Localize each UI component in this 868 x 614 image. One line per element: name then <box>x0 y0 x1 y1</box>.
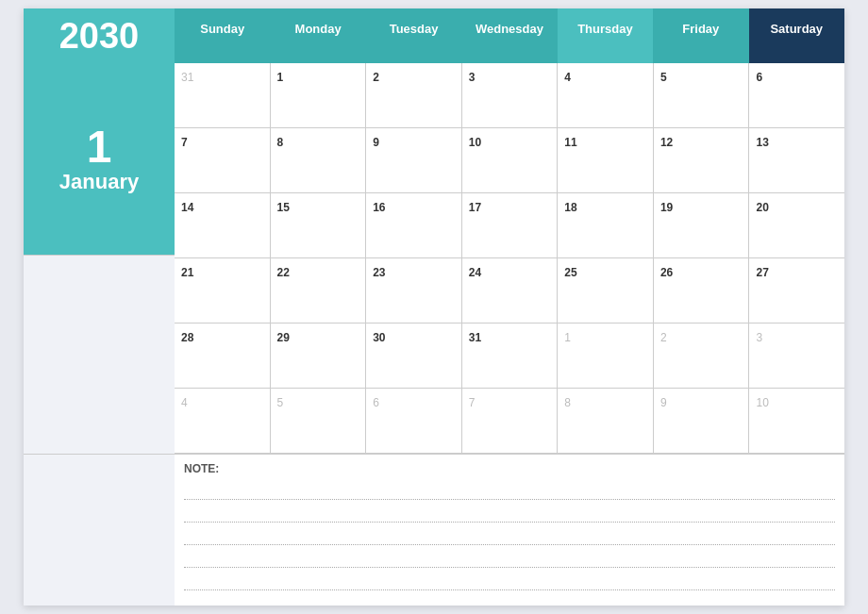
cell-w3-mon: 15 <box>271 193 367 257</box>
cell-w2-wed: 10 <box>462 128 559 192</box>
day-header-wednesday: Wednesday <box>461 8 557 63</box>
weeks-grid: 31 1 2 3 4 5 6 7 8 9 10 11 12 13 14 15 <box>175 63 844 454</box>
year-label: 2030 <box>59 18 140 54</box>
week-row-3: 14 15 16 17 18 19 20 <box>175 193 844 258</box>
cell-w4-mon: 22 <box>271 258 367 323</box>
cell-w5-fri: 2 <box>654 324 750 388</box>
day-headers: Sunday Monday Tuesday Wednesday Thursday… <box>175 8 844 63</box>
cell-w5-mon: 29 <box>271 324 367 388</box>
cell-w3-tue: 16 <box>366 193 462 257</box>
cell-w2-sun: 7 <box>175 128 271 192</box>
month-label: January <box>59 170 139 194</box>
cell-w5-tue: 30 <box>366 324 462 388</box>
week-row-5: 28 29 30 31 1 2 3 <box>175 324 844 389</box>
week-number: 1 <box>87 124 112 170</box>
cell-w1-sat: 6 <box>749 63 844 127</box>
cell-w2-thu: 11 <box>558 128 654 192</box>
cell-w1-fri: 5 <box>654 63 750 127</box>
notes-line-2 <box>184 504 835 523</box>
notes-row: NOTE: <box>24 454 844 606</box>
week-row-2: 7 8 9 10 11 12 13 <box>175 128 844 193</box>
sidebar-grey <box>24 256 175 454</box>
cell-w6-thu: 8 <box>558 389 654 453</box>
cell-w5-wed: 31 <box>462 324 559 388</box>
cell-w4-fri: 26 <box>654 258 750 323</box>
cell-w1-mon: 1 <box>271 63 367 127</box>
cell-w5-sat: 3 <box>749 324 844 388</box>
day-header-sunday: Sunday <box>175 8 270 63</box>
cell-w4-sun: 21 <box>175 258 271 323</box>
day-header-monday: Monday <box>270 8 365 63</box>
cell-w1-thu: 4 <box>558 63 654 127</box>
notes-line-3 <box>184 526 835 545</box>
cell-w4-wed: 24 <box>462 258 559 323</box>
notes-line-1 <box>184 481 835 500</box>
cell-w3-sat: 20 <box>749 193 844 257</box>
cell-w5-sun: 28 <box>175 324 271 388</box>
cell-w1-tue: 2 <box>366 63 462 127</box>
year-month-block: 2030 <box>24 8 175 63</box>
cell-w3-sun: 14 <box>175 193 271 257</box>
day-header-friday: Friday <box>653 8 748 63</box>
cell-w1-wed: 3 <box>462 63 559 127</box>
notes-line-5 <box>184 572 835 590</box>
cell-w1-sun: 31 <box>175 63 271 127</box>
cell-w4-tue: 23 <box>366 258 462 323</box>
cell-w4-thu: 25 <box>558 258 654 323</box>
notes-line-4 <box>184 549 835 568</box>
cell-w6-fri: 9 <box>654 389 750 453</box>
cell-w2-mon: 8 <box>271 128 367 192</box>
week-row-4: 21 22 23 24 25 26 27 <box>175 258 844 324</box>
calendar-header: 2030 Sunday Monday Tuesday Wednesday Thu… <box>24 8 844 63</box>
cell-w2-sat: 13 <box>749 128 844 192</box>
left-sidebar: 1 January <box>24 63 175 454</box>
cell-w6-tue: 6 <box>366 389 462 453</box>
week-month-block: 1 January <box>24 63 175 256</box>
cell-w2-tue: 9 <box>366 128 462 192</box>
notes-label: NOTE: <box>184 462 835 475</box>
cell-w2-fri: 12 <box>654 128 750 192</box>
week-row-1: 31 1 2 3 4 5 6 <box>175 63 844 128</box>
cell-w4-sat: 27 <box>749 258 844 323</box>
cell-w3-wed: 17 <box>462 193 559 257</box>
week-row-6: 4 5 6 7 8 9 10 <box>175 389 844 454</box>
cell-w6-mon: 5 <box>271 389 367 453</box>
notes-sidebar <box>24 455 175 606</box>
cell-w6-wed: 7 <box>462 389 559 453</box>
cell-w3-thu: 18 <box>558 193 654 257</box>
day-header-saturday: Saturday <box>749 8 844 63</box>
cell-w5-thu: 1 <box>558 324 654 388</box>
cell-w6-sun: 4 <box>175 389 271 453</box>
day-header-thursday: Thursday <box>558 8 653 63</box>
cell-w3-fri: 19 <box>654 193 750 257</box>
cell-w6-sat: 10 <box>749 389 844 453</box>
calendar-body: 1 January 31 1 2 3 4 5 6 7 8 9 1 <box>24 63 844 454</box>
calendar: 2030 Sunday Monday Tuesday Wednesday Thu… <box>24 8 844 606</box>
notes-area: NOTE: <box>175 455 844 606</box>
day-header-tuesday: Tuesday <box>366 8 461 63</box>
